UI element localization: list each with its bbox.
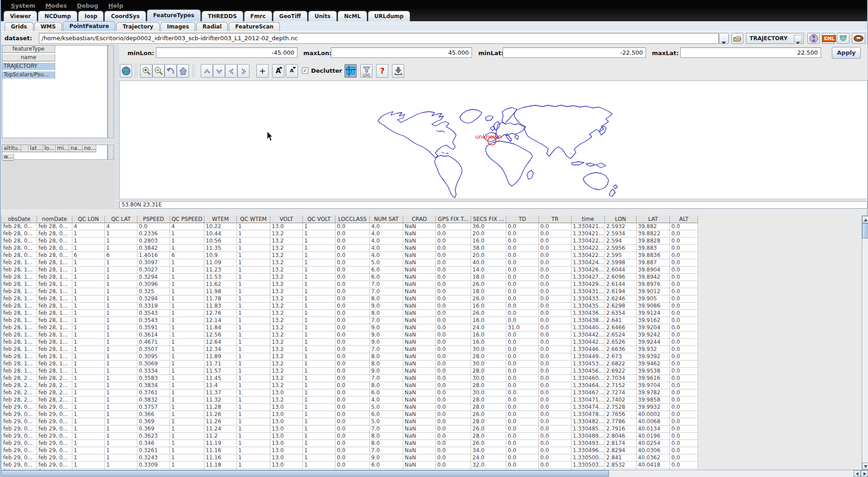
column-header[interactable]: mi... <box>56 145 69 152</box>
tab-iosp[interactable]: Iosp <box>78 11 104 21</box>
table-row[interactable]: feb 28, 1...feb 28, 1...110.3095111.8911… <box>2 353 698 360</box>
column-header[interactable]: altitu... <box>2 145 21 152</box>
log-filter-button[interactable]: LOG <box>360 64 373 78</box>
column-header-secs-fix-[interactable]: SECS FIX ... <box>471 215 506 223</box>
home-button[interactable] <box>177 64 189 78</box>
table-row[interactable]: feb 29, 0...feb 29, 0...110.369111.24113… <box>2 426 698 433</box>
column-header-crad[interactable]: CRAD <box>403 215 436 223</box>
table-row[interactable]: feb 28, 0...feb 28, 0...110.2803110.5611… <box>2 238 698 245</box>
table-row[interactable]: feb 29, 0...feb 29, 0...110.3261111.1611… <box>2 447 698 454</box>
zoom-out-button[interactable] <box>152 64 165 78</box>
table-row[interactable]: feb 28, 1...feb 28, 1...110.3334111.5711… <box>2 368 698 375</box>
column-header[interactable]: no... <box>83 145 96 152</box>
menu-item-debug[interactable]: Debug <box>77 2 98 9</box>
table-row[interactable]: feb 28, 1...feb 28, 1...110.3319111.8311… <box>2 303 698 310</box>
table-row[interactable]: feb 28, 1...feb 28, 1...110.3097111.0911… <box>2 259 698 267</box>
scroll-right-button[interactable] <box>861 470 868 477</box>
column-header[interactable]: featureType <box>2 46 55 53</box>
column-header-time[interactable]: time <box>571 215 605 223</box>
column-header-gps-fix-t-[interactable]: GPS FIX T... <box>436 215 471 223</box>
tab-pointfeature[interactable]: PointFeature <box>63 21 115 31</box>
table-row[interactable]: feb 28, 0...feb 28, 0...110.2336110.4411… <box>2 230 698 238</box>
tab-trajectory[interactable]: Trajectory <box>116 22 160 31</box>
minlat-field[interactable]: -22.500 <box>503 47 646 58</box>
table-row[interactable]: feb 29, 0...feb 29, 0...110.3757111.2811… <box>2 404 698 411</box>
table-row[interactable]: feb 29, 0...feb 29, 0...110.369111.26113… <box>2 418 698 426</box>
globe-button[interactable] <box>120 64 132 78</box>
world-map[interactable]: unknown <box>119 80 868 199</box>
table-row[interactable]: feb 28, 0...feb 28, 0...661.4016610.9113… <box>2 252 698 259</box>
table-row[interactable]: feb 28, 2...feb 28, 2...110.3834111.4113… <box>2 382 698 389</box>
tab-coordsys[interactable]: CoordSys <box>104 11 146 21</box>
tab-wms[interactable]: WMS <box>34 22 62 31</box>
column-header-qc-volt[interactable]: QC VOLT <box>303 215 335 223</box>
declutter-checkbox[interactable]: ✓ <box>302 67 308 74</box>
tab-images[interactable]: Images <box>160 22 195 31</box>
column-header[interactable]: lo... <box>43 145 56 152</box>
chevron-down-icon[interactable] <box>794 35 802 42</box>
table-row[interactable]: feb 28, 1...feb 28, 1...110.3069111.7111… <box>2 360 698 368</box>
table-row[interactable]: feb 29, 0...feb 29, 0...110.3309111.1811… <box>2 462 698 469</box>
column-header-tr[interactable]: TR <box>539 215 571 223</box>
column-header[interactable] <box>21 145 28 152</box>
pan-down-button[interactable] <box>213 64 225 78</box>
pan-left-button[interactable] <box>225 64 237 78</box>
column-header-qc-wtem[interactable]: QC WTEM <box>237 215 270 223</box>
table-row[interactable]: feb 28, 1...feb 28, 1...110.3294111.7811… <box>2 295 698 303</box>
dataset-ring-button[interactable] <box>852 33 865 44</box>
table-row[interactable]: feb 28, 1...feb 28, 1...110.3027111.2311… <box>2 267 698 274</box>
help-button[interactable]: ? <box>376 64 388 78</box>
column-header-num-sat[interactable]: NUM SAT <box>370 215 403 223</box>
horizontal-splitter[interactable] <box>2 139 114 144</box>
tab-urldump[interactable]: URLdump <box>368 11 410 21</box>
table-row[interactable]: feb 28, 1...feb 28, 1...110.3543112.1411… <box>2 317 698 324</box>
column-header-wtem[interactable]: WTEM <box>204 215 237 223</box>
scroll-up-button[interactable] <box>862 216 868 223</box>
table-row[interactable]: feb 28, 1...feb 28, 1...110.325111.98113… <box>2 288 698 295</box>
scroll-down-button[interactable] <box>862 463 868 470</box>
column-header-qc-pspeed[interactable]: QC PSPEED <box>170 215 204 223</box>
column-header-pspeed[interactable]: PSPEED <box>137 215 170 223</box>
column-header-locclass[interactable]: LOCCLASS <box>335 215 370 223</box>
font-increase-button[interactable]: A <box>272 64 284 78</box>
grid-horizontal-thumb[interactable] <box>1 470 609 477</box>
menu-item-help[interactable]: Help <box>108 2 123 9</box>
table-row[interactable]: feb 28, 1...feb 28, 1...110.3543112.7611… <box>2 310 698 317</box>
zoom-in-button[interactable] <box>140 64 152 78</box>
table-row[interactable]: TRAJECTORYTopScalars/Psu... <box>2 63 107 80</box>
column-header-alt[interactable]: ALT <box>670 215 698 223</box>
table-row[interactable]: feb 28, 2...feb 28, 2...110.3583111.4511… <box>2 375 698 382</box>
maxlon-field[interactable]: 45.000 <box>331 47 472 58</box>
column-header-volt[interactable]: VOLT <box>270 215 303 223</box>
pan-right-button[interactable] <box>237 64 250 78</box>
table-row[interactable]: feb 28, 0...feb 28, 0...440.0410.22113.0… <box>2 223 698 230</box>
table-row[interactable]: feb 28, 1...feb 28, 1...110.3614112.5611… <box>2 332 698 339</box>
tab-radial[interactable]: Radial <box>196 22 228 31</box>
tab-featurescan[interactable]: FeatureScan <box>229 22 280 31</box>
font-decrease-button[interactable]: A <box>286 64 298 78</box>
detail-table-scrollbar[interactable] <box>108 145 114 160</box>
maxlat-field[interactable]: 22.500 <box>680 47 821 58</box>
info-button[interactable] <box>807 33 820 44</box>
column-header[interactable]: name <box>2 54 55 61</box>
table-row[interactable]: feb 29, 0...feb 29, 0...110.3623111.2113… <box>2 433 698 440</box>
table-row[interactable]: feb 28, 1...feb 28, 1...110.4671112.6411… <box>2 339 698 346</box>
validate-mask-button[interactable] <box>837 33 849 44</box>
column-header-nomdate[interactable]: nomDate <box>37 215 72 223</box>
vertical-splitter[interactable] <box>114 45 119 209</box>
table-row[interactable]: feb 29, 0...feb 29, 0...110.366111.26113… <box>2 411 698 418</box>
zoom-previous-button[interactable] <box>165 64 177 78</box>
column-header[interactable]: na... <box>69 145 83 152</box>
table-row[interactable]: feb 28, 2...feb 28, 2...110.3832111.3211… <box>2 397 698 404</box>
tab-units[interactable]: Units <box>308 11 337 21</box>
show-bounds-toggle[interactable]: s <box>344 64 357 78</box>
table-row[interactable]: feb 28, 0...feb 28, 0...110.3842111.3511… <box>2 245 698 252</box>
open-file-button[interactable] <box>731 33 743 44</box>
dataset-dropdown-button[interactable] <box>719 33 729 44</box>
tab-ncdump[interactable]: NCDump <box>38 11 77 21</box>
column-header[interactable]: lat... <box>28 145 43 152</box>
tab-geotiff[interactable]: GeoTiff <box>273 11 307 21</box>
scroll-left-button[interactable] <box>854 470 861 477</box>
table-row[interactable]: feb 28, 2...feb 28, 2...110.3761111.3711… <box>2 389 698 397</box>
table-row[interactable]: feb 28, 1...feb 28, 1...110.3294111.5311… <box>2 274 698 281</box>
